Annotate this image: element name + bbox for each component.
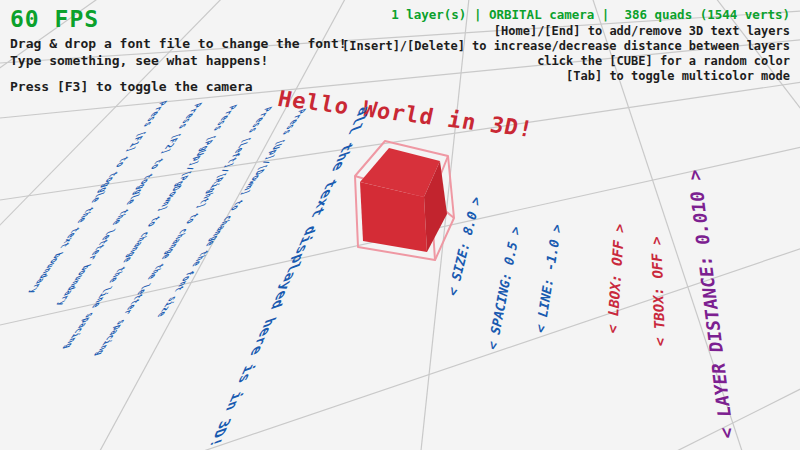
cube-faces[interactable] [360,148,447,252]
tip-cube-random-color: click the [CUBE] for a random color [537,54,790,68]
tip-type-something: Type something, see what happens! [10,53,268,68]
font-demo-app: { "hud": { "fps": "60 FPS", "tips_left":… [0,0,800,450]
fps-counter: 60 FPS [10,6,99,32]
status-bar: 1 layer(s) | ORBITAL camera | 386 quads … [391,7,790,22]
tip-toggle-camera: Press [F3] to toggle the camera [10,79,253,94]
tip-layer-distance: [Insert]/[Delete] to increase/decrease d… [342,39,790,53]
tip-drag-drop-font: Drag & drop a font file to change the fo… [10,36,347,51]
tip-add-remove-layers: [Home]/[End] to add/remove 3D text layer… [494,24,790,38]
tip-multicolor-mode: [Tab] to toggle multicolor mode [566,69,790,83]
